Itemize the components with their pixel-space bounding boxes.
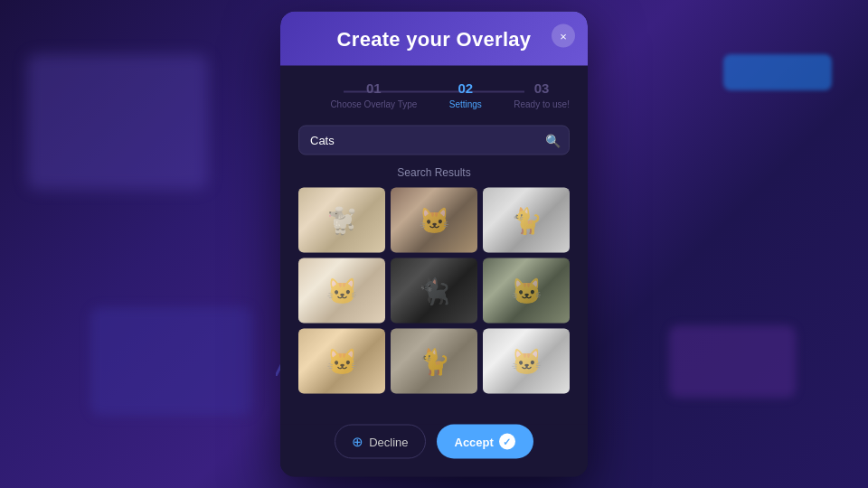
step-2: 02 Settings	[449, 80, 482, 109]
steps-indicator: 01 Choose Overlay Type 02 Settings 03 Re…	[298, 80, 570, 109]
step-1: 01 Choose Overlay Type	[330, 80, 417, 109]
step-1-label: Choose Overlay Type	[330, 99, 417, 109]
accept-label: Accept	[455, 435, 494, 448]
step-3-label: Ready to use!	[514, 99, 570, 109]
gif-icon-9: 🐱	[483, 329, 570, 394]
step-2-number: 02	[458, 80, 473, 96]
step-3: 03 Ready to use!	[514, 80, 570, 109]
search-container: 🔍	[298, 126, 570, 155]
gif-item-5[interactable]: 🐈‍⬛	[391, 258, 477, 324]
decline-label: Decline	[369, 435, 408, 448]
gif-item-8[interactable]: 🐈	[391, 329, 477, 394]
modal-footer: ⊕ Decline Accept ✓	[280, 425, 588, 477]
step-2-label: Settings	[449, 99, 482, 109]
gif-item-2[interactable]: 🐱	[391, 188, 477, 253]
gif-icon-7: 🐱	[298, 329, 385, 394]
gif-icon-6: 🐱	[483, 258, 570, 324]
accept-button[interactable]: Accept ✓	[437, 425, 533, 459]
step-3-number: 03	[534, 80, 550, 96]
gif-item-6[interactable]: 🐱	[483, 258, 570, 324]
search-input[interactable]	[298, 126, 570, 155]
gif-icon-2: 🐱	[391, 188, 477, 253]
gif-item-9[interactable]: 🐱	[483, 329, 570, 394]
decline-button[interactable]: ⊕ Decline	[335, 425, 425, 459]
bg-right-element2	[669, 325, 796, 398]
gif-item-1[interactable]: 🐩	[298, 188, 385, 253]
gif-icon-5: 🐈‍⬛	[391, 258, 477, 324]
modal-header: Create your Overlay ×	[280, 12, 588, 66]
gif-item-7[interactable]: 🐱	[298, 329, 385, 394]
modal-dialog: Create your Overlay × 01 Choose Overlay …	[280, 12, 588, 477]
modal-body: 01 Choose Overlay Type 02 Settings 03 Re…	[280, 66, 588, 425]
gif-grid: 🐩 🐱 🐈 🐱 🐈‍⬛ 🐱 🐱 🐈	[298, 188, 570, 394]
gif-icon-8: 🐈	[391, 329, 477, 394]
step-1-number: 01	[366, 80, 382, 96]
bg-right-element	[723, 54, 832, 90]
modal-title: Create your Overlay	[337, 28, 532, 51]
gif-icon-4: 🐱	[298, 258, 385, 324]
search-results-label: Search Results	[298, 166, 570, 179]
gif-icon-3: 🐈	[483, 188, 570, 253]
decline-icon: ⊕	[352, 434, 363, 450]
close-button[interactable]: ×	[552, 24, 575, 48]
gif-icon-1: 🐩	[298, 188, 385, 253]
gif-item-4[interactable]: 🐱	[298, 258, 385, 324]
search-icon: 🔍	[545, 133, 561, 147]
gif-item-3[interactable]: 🐈	[483, 188, 570, 253]
accept-check-icon: ✓	[499, 434, 515, 450]
